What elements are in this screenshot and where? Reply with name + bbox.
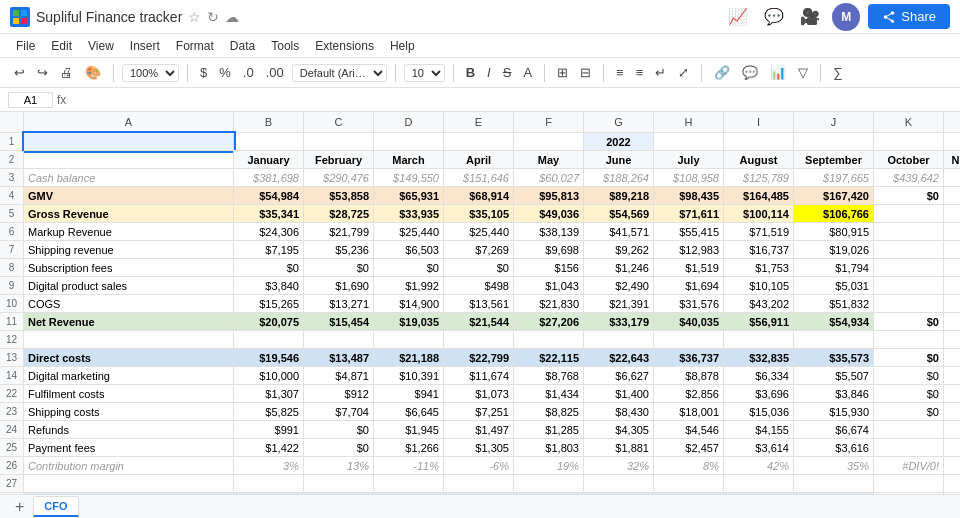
cell-f14[interactable]: $8,768 (514, 367, 584, 385)
cell-d13[interactable]: $21,188 (374, 349, 444, 367)
cell-a10[interactable]: COGS (24, 295, 234, 313)
cell-c9[interactable]: $1,690 (304, 277, 374, 295)
cell-e14[interactable]: $11,674 (444, 367, 514, 385)
cell-k12[interactable] (874, 331, 944, 349)
cell-i13[interactable]: $32,835 (724, 349, 794, 367)
cell-i24[interactable]: $4,155 (724, 421, 794, 439)
cell-e2[interactable]: April (444, 151, 514, 169)
cell-d14[interactable]: $10,391 (374, 367, 444, 385)
cell-a11[interactable]: Net Revenue (24, 313, 234, 331)
cell-l4[interactable]: $0 (944, 187, 960, 205)
cell-i12[interactable] (724, 331, 794, 349)
menu-view[interactable]: View (82, 37, 120, 55)
col-header-l[interactable]: L (944, 112, 960, 132)
cell-b5[interactable]: $35,341 (234, 205, 304, 223)
paint-format-button[interactable]: 🎨 (81, 63, 105, 82)
cell-a2[interactable] (24, 151, 234, 169)
strikethrough-button[interactable]: S (499, 63, 516, 82)
cell-a22[interactable]: Fulfilment costs (24, 385, 234, 403)
cell-d29[interactable]: $86,039 (374, 493, 444, 494)
cell-i1[interactable] (724, 133, 794, 151)
cell-e4[interactable]: $68,914 (444, 187, 514, 205)
cell-reference[interactable]: A1 (8, 92, 53, 108)
cell-j23[interactable]: $15,930 (794, 403, 874, 421)
cell-l11[interactable]: $0 (944, 313, 960, 331)
cell-i25[interactable]: $3,614 (724, 439, 794, 457)
cell-c4[interactable]: $53,858 (304, 187, 374, 205)
cell-b13[interactable]: $19,546 (234, 349, 304, 367)
share-button[interactable]: Share (868, 4, 950, 29)
cell-f24[interactable]: $1,285 (514, 421, 584, 439)
cell-f26[interactable]: 19% (514, 457, 584, 475)
cell-j2[interactable]: September (794, 151, 874, 169)
menu-tools[interactable]: Tools (265, 37, 305, 55)
cell-f23[interactable]: $8,825 (514, 403, 584, 421)
cell-g11[interactable]: $33,179 (584, 313, 654, 331)
align-center-button[interactable]: ≡ (632, 63, 648, 82)
cell-i6[interactable]: $71,519 (724, 223, 794, 241)
cell-f29[interactable]: $52,101 (514, 493, 584, 494)
cell-a4[interactable]: GMV (24, 187, 234, 205)
cell-h29[interactable]: $62,369 (654, 493, 724, 494)
cell-c7[interactable]: $5,236 (304, 241, 374, 259)
col-header-f[interactable]: F (514, 112, 584, 132)
cell-g12[interactable] (584, 331, 654, 349)
cell-c23[interactable]: $7,704 (304, 403, 374, 421)
cell-k2[interactable]: October (874, 151, 944, 169)
rotate-button[interactable]: ⤢ (674, 63, 693, 82)
cell-d23[interactable]: $6,645 (374, 403, 444, 421)
cell-l23[interactable]: $0 (944, 403, 960, 421)
col-header-e[interactable]: E (444, 112, 514, 132)
cell-i23[interactable]: $15,036 (724, 403, 794, 421)
cell-c11[interactable]: $15,454 (304, 313, 374, 331)
cell-c5[interactable]: $28,725 (304, 205, 374, 223)
cell-h3[interactable]: $108,958 (654, 169, 724, 187)
link-button[interactable]: 🔗 (710, 63, 734, 82)
cell-d7[interactable]: $6,503 (374, 241, 444, 259)
cell-d6[interactable]: $25,440 (374, 223, 444, 241)
cell-f8[interactable]: $156 (514, 259, 584, 277)
cell-k23[interactable]: $0 (874, 403, 944, 421)
cell-j9[interactable]: $5,031 (794, 277, 874, 295)
bold-button[interactable]: B (462, 63, 479, 82)
cell-d9[interactable]: $1,992 (374, 277, 444, 295)
cell-l2[interactable]: November (944, 151, 960, 169)
cell-h22[interactable]: $2,856 (654, 385, 724, 403)
cell-i14[interactable]: $6,334 (724, 367, 794, 385)
cell-d5[interactable]: $33,935 (374, 205, 444, 223)
cell-h12[interactable] (654, 331, 724, 349)
cell-k22[interactable]: $0 (874, 385, 944, 403)
cell-h2[interactable]: July (654, 151, 724, 169)
cell-h1[interactable] (654, 133, 724, 151)
cell-i26[interactable]: 42% (724, 457, 794, 475)
cell-d11[interactable]: $19,035 (374, 313, 444, 331)
cell-h24[interactable]: $4,546 (654, 421, 724, 439)
formula-input[interactable] (70, 93, 952, 107)
cell-f25[interactable]: $1,803 (514, 439, 584, 457)
font-select[interactable]: Default (Ari… (292, 64, 387, 82)
cell-c25[interactable]: $0 (304, 439, 374, 457)
cell-g13[interactable]: $22,643 (584, 349, 654, 367)
cell-b14[interactable]: $10,000 (234, 367, 304, 385)
cell-g3[interactable]: $188,264 (584, 169, 654, 187)
col-header-j[interactable]: J (794, 112, 874, 132)
menu-help[interactable]: Help (384, 37, 421, 55)
cell-d8[interactable]: $0 (374, 259, 444, 277)
cell-c1[interactable] (304, 133, 374, 151)
cell-j8[interactable]: $1,794 (794, 259, 874, 277)
cell-e11[interactable]: $21,544 (444, 313, 514, 331)
cell-f7[interactable]: $9,698 (514, 241, 584, 259)
cell-f2[interactable]: May (514, 151, 584, 169)
cell-d12[interactable] (374, 331, 444, 349)
cell-g7[interactable]: $9,262 (584, 241, 654, 259)
cell-b3[interactable]: $381,698 (234, 169, 304, 187)
decimal-inc-button[interactable]: .00 (262, 63, 288, 82)
cell-a5[interactable]: Gross Revenue (24, 205, 234, 223)
cell-a23[interactable]: Shipping costs (24, 403, 234, 421)
cell-g25[interactable]: $1,881 (584, 439, 654, 457)
cell-l22[interactable]: $0 (944, 385, 960, 403)
cell-g23[interactable]: $8,430 (584, 403, 654, 421)
cell-l26[interactable]: #DIV/0! (944, 457, 960, 475)
col-header-a[interactable]: A (24, 112, 234, 132)
cell-e1[interactable] (444, 133, 514, 151)
